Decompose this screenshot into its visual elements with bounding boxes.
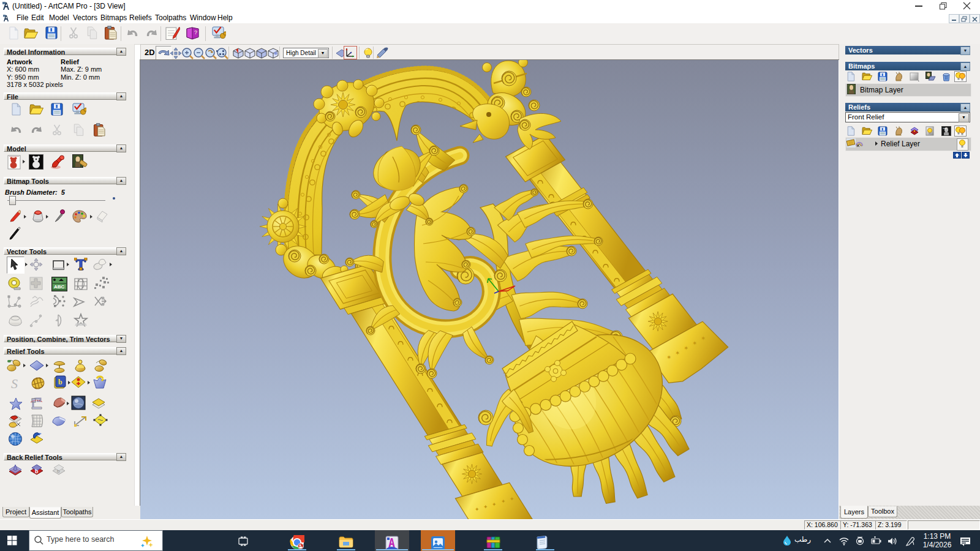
svg-text:✶: ✶ — [684, 345, 688, 351]
svg-text:✶: ✶ — [701, 335, 706, 342]
svg-text:b: b — [58, 378, 62, 386]
svg-text:✦: ✦ — [483, 504, 488, 510]
svg-text:✶: ✶ — [692, 340, 697, 347]
svg-text:✦: ✦ — [492, 501, 497, 508]
svg-text:THE: THE — [943, 127, 948, 130]
svg-text:S: S — [11, 376, 18, 391]
svg-text:b: b — [57, 468, 60, 474]
svg-text:✶: ✶ — [675, 350, 680, 356]
svg-text:✦: ✦ — [510, 496, 514, 502]
svg-text:b: b — [35, 468, 39, 474]
svg-text:?: ? — [194, 29, 197, 36]
svg-text:✦: ✦ — [475, 506, 480, 512]
svg-text:✦: ✦ — [501, 498, 506, 504]
svg-text:✶: ✶ — [666, 354, 671, 361]
svg-text:ABC: ABC — [54, 284, 65, 290]
